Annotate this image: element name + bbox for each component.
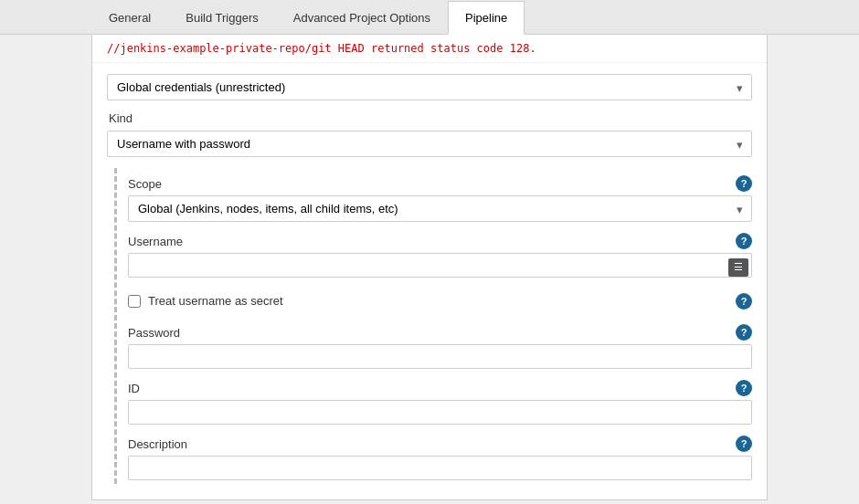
id-input[interactable]	[128, 400, 752, 425]
scope-help-icon[interactable]: ?	[736, 175, 752, 192]
username-label: Username	[128, 235, 728, 248]
password-label: Password	[128, 326, 728, 340]
form-section: Global credentials (unrestricted) ▾ Kind…	[92, 63, 767, 495]
username-list-icon[interactable]: ☰	[728, 258, 748, 277]
treat-username-secret-label: Treat username as secret	[148, 294, 728, 308]
description-input[interactable]	[128, 456, 752, 480]
description-label: Description	[128, 437, 728, 451]
description-help-icon[interactable]: ?	[736, 436, 752, 452]
main-content: //jenkins-example-private-repo/git HEAD …	[91, 35, 768, 500]
scope-label: Scope	[128, 177, 728, 191]
id-label: ID	[128, 382, 728, 395]
credentials-dropdown[interactable]: Global credentials (unrestricted)	[107, 74, 752, 100]
list-icon: ☰	[734, 261, 743, 273]
scope-dropdown-row: Global (Jenkins, nodes, items, all child…	[128, 195, 752, 222]
id-help-icon[interactable]: ?	[736, 380, 752, 396]
error-banner: //jenkins-example-private-repo/git HEAD …	[92, 35, 767, 63]
username-input[interactable]	[128, 253, 752, 278]
tab-build-triggers[interactable]: Build Triggers	[168, 1, 275, 35]
username-input-wrapper: ☰	[128, 253, 752, 281]
treat-username-secret-checkbox-row: Treat username as secret	[128, 289, 728, 313]
scope-field-row: Scope ?	[128, 168, 752, 195]
tab-pipeline[interactable]: Pipeline	[448, 1, 525, 35]
password-input[interactable]	[128, 344, 752, 369]
username-field-row: Username ?	[128, 226, 752, 253]
id-field-row: ID ?	[128, 373, 752, 400]
treat-username-secret-row: Treat username as secret ?	[128, 281, 752, 317]
password-help-icon[interactable]: ?	[736, 324, 752, 341]
password-field-row: Password ?	[128, 317, 752, 344]
credentials-dropdown-row: Global credentials (unrestricted) ▾	[107, 74, 752, 100]
tabs-bar: General Build Triggers Advanced Project …	[0, 0, 859, 35]
kind-label: Kind	[107, 111, 752, 125]
indented-section: Scope ? Global (Jenkins, nodes, items, a…	[114, 168, 752, 484]
tab-general[interactable]: General	[91, 1, 168, 35]
treat-username-secret-help-icon[interactable]: ?	[736, 293, 752, 310]
kind-dropdown[interactable]: Username with password	[107, 131, 752, 157]
scope-dropdown[interactable]: Global (Jenkins, nodes, items, all child…	[128, 195, 752, 222]
tab-advanced-project-options[interactable]: Advanced Project Options	[276, 1, 448, 35]
description-field-row: Description ?	[128, 428, 752, 456]
username-help-icon[interactable]: ?	[736, 233, 752, 249]
treat-username-secret-checkbox[interactable]	[128, 295, 141, 308]
kind-dropdown-row: Username with password ▾	[107, 131, 752, 157]
